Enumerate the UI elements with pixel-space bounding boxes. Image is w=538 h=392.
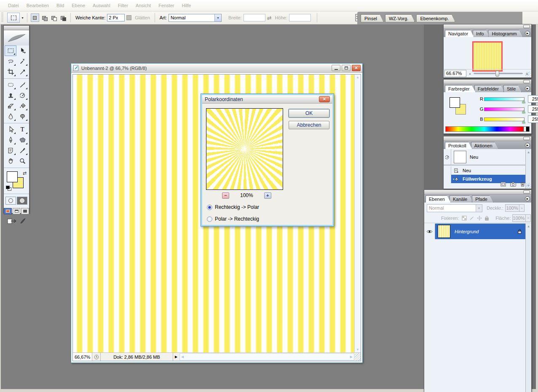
tab-histogramm[interactable]: Histogramm (488, 30, 522, 37)
hand-tool[interactable] (5, 156, 16, 166)
preset-dropdown-icon[interactable]: ▼ (21, 16, 24, 19)
status-menu-button[interactable]: ▶ (173, 353, 179, 361)
magic-wand-tool[interactable] (16, 56, 28, 67)
menu-item-datei[interactable]: Datei (4, 3, 23, 8)
color-spectrum-ramp[interactable] (445, 126, 524, 132)
paint-bucket-tool[interactable] (16, 101, 28, 111)
slider-thumb[interactable] (495, 71, 499, 77)
selection-mode-subtract-button[interactable] (49, 13, 58, 22)
new-snapshot-camera-icon[interactable] (510, 181, 517, 187)
menu-item-hilfe[interactable]: Hilfe (178, 3, 195, 8)
channel-r-value[interactable]: 255 (528, 95, 538, 103)
radio-selected-icon[interactable] (207, 205, 212, 210)
selection-mode-new-button[interactable] (31, 13, 39, 22)
navigator-proxy-view[interactable] (472, 41, 503, 72)
zoom-out-mountain-icon[interactable]: ▲ (468, 72, 471, 75)
spectrum-black-swatch[interactable] (526, 126, 530, 132)
eyedropper-tool[interactable] (16, 145, 28, 156)
history-brush-tool[interactable] (16, 90, 28, 101)
feather-input[interactable] (107, 14, 125, 21)
menu-item-fenster[interactable]: Fenster (155, 3, 178, 8)
tab-info[interactable]: Info (473, 30, 490, 37)
navigator-zoom-field[interactable]: 66.67% (444, 70, 466, 77)
channel-r-slider[interactable] (484, 97, 525, 101)
brush-tool[interactable] (16, 80, 28, 90)
menu-item-filter[interactable]: Filter (114, 3, 132, 8)
channel-g-slider-thumb[interactable] (522, 110, 525, 113)
menu-item-ebene[interactable]: Ebene (68, 3, 89, 8)
layer-visibility-cell[interactable] (424, 224, 435, 239)
standard-screen-mode-button[interactable] (4, 208, 12, 214)
dodge-tool[interactable] (16, 111, 28, 122)
style-select[interactable]: Normal ▼ (169, 14, 222, 22)
well-tab-wz-vorg[interactable]: WZ-Vorg. (385, 14, 415, 22)
cancel-button[interactable]: Abbrechen (289, 121, 329, 129)
tab-pfade[interactable]: Pfade (472, 195, 493, 203)
panel-title-bar[interactable] (444, 24, 531, 29)
panel-menu-button[interactable]: ▶ (525, 86, 530, 91)
history-state-neu[interactable]: Neu (444, 166, 525, 175)
well-tab-pinsel[interactable]: Pinsel (361, 14, 383, 22)
channel-g-value[interactable]: 255 (528, 105, 538, 113)
status-zoom-field[interactable]: 66,67% (73, 353, 92, 361)
panel-minimize-button[interactable] (523, 137, 530, 140)
option-polar-to-rect[interactable]: Polar -> Rechteckig (207, 216, 259, 222)
selection-mode-add-button[interactable] (40, 13, 48, 22)
panel-menu-button[interactable]: ▶ (525, 31, 530, 36)
option-rect-to-polar[interactable]: Rechteckig -> Polar (207, 204, 259, 210)
custom-shape-tool[interactable] (16, 135, 28, 145)
swap-colors-icon[interactable]: ⇄ (23, 171, 27, 176)
channel-b-slider[interactable] (484, 117, 525, 121)
navigator-zoom-slider[interactable] (474, 73, 523, 74)
quick-mask-mode-button[interactable] (17, 197, 27, 205)
dialog-close-button[interactable]: ✕ (319, 96, 330, 102)
rectangular-marquee-tool[interactable] (5, 45, 16, 56)
standard-mode-button[interactable] (5, 197, 16, 205)
tab-farbfelder[interactable]: Farbfelder (474, 85, 505, 92)
maximize-button[interactable] (342, 65, 351, 71)
default-colors-icon[interactable] (6, 186, 12, 191)
options-bar-gripper[interactable] (1, 13, 3, 23)
history-state-source-cell[interactable] (444, 175, 451, 183)
panel-minimize-button[interactable] (523, 25, 530, 28)
panel-minimize-button[interactable] (523, 80, 530, 83)
channel-b-slider-thumb[interactable] (522, 120, 525, 123)
panel-title-bar[interactable] (424, 190, 531, 195)
selection-mode-intersect-button[interactable] (59, 13, 67, 22)
history-snapshot-row[interactable]: Neu (444, 149, 525, 165)
tab-protokoll[interactable]: Protokoll (445, 142, 472, 149)
status-clock-button[interactable] (92, 353, 101, 361)
channel-r-slider-thumb[interactable] (522, 100, 525, 103)
tab-navigator[interactable]: Navigator (445, 30, 474, 37)
panel-menu-button[interactable]: ▶ (525, 196, 530, 201)
tool-preset-button[interactable] (7, 13, 20, 23)
toolbox-title-bar[interactable] (4, 26, 29, 30)
layer-thumbnail[interactable] (438, 225, 450, 238)
history-state-source-cell[interactable] (444, 166, 451, 175)
channel-g-slider[interactable] (484, 107, 525, 111)
filter-preview[interactable] (206, 108, 283, 190)
slice-tool[interactable] (16, 67, 28, 77)
document-title-bar[interactable]: Unbenannt-2 @ 66,7% (RGB/8) ✕ (71, 64, 362, 73)
history-source-cell[interactable] (444, 149, 451, 165)
menu-item-bearbeiten[interactable]: Bearbeiten (23, 3, 53, 8)
radio-unselected-icon[interactable] (207, 216, 212, 222)
move-tool[interactable] (16, 45, 28, 56)
eraser-tool[interactable] (5, 101, 16, 111)
close-button[interactable]: ✕ (352, 65, 361, 71)
well-tab-ebenenkomp[interactable]: Ebenenkomp. (416, 14, 455, 22)
panel-menu-button[interactable]: ▶ (525, 143, 530, 148)
trash-icon[interactable] (520, 181, 525, 187)
channel-b-value[interactable]: 255 (528, 115, 538, 123)
foreground-color-swatch[interactable] (450, 97, 460, 108)
fullscreen-menubar-mode-button[interactable] (13, 208, 21, 214)
fullscreen-mode-button[interactable] (21, 208, 29, 214)
ok-button[interactable]: OK (289, 109, 329, 117)
menu-item-bild[interactable]: Bild (53, 3, 68, 8)
crop-tool[interactable] (5, 67, 16, 77)
panel-resize-grip[interactable] (525, 72, 531, 77)
panel-minimize-button[interactable] (523, 190, 530, 194)
panel-title-bar[interactable] (444, 80, 531, 84)
tab-stile[interactable]: Stile (503, 85, 522, 92)
resize-grip[interactable] (355, 353, 361, 361)
